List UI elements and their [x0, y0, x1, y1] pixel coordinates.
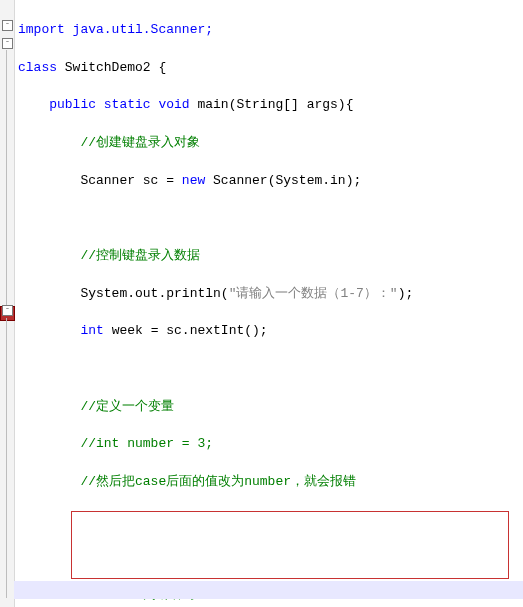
code-line [18, 360, 523, 379]
code-line: Scanner sc = new Scanner(System.in); [18, 172, 523, 191]
code-line: //控制键盘录入数据 [18, 247, 523, 266]
code-line [18, 548, 523, 567]
code-line: class SwitchDemo2 { [18, 59, 523, 78]
code-line: //int number = 3; [18, 435, 523, 454]
fold-toggle-icon[interactable]: - [2, 38, 13, 49]
editor-gutter: - - - [0, 0, 15, 607]
code-line: public static void main(String[] args){ [18, 96, 523, 115]
fold-toggle-icon[interactable]: - [2, 20, 13, 31]
code-line: //switch判断语句 [18, 586, 523, 605]
fold-guide [6, 50, 7, 310]
fold-toggle-icon[interactable]: - [2, 305, 13, 316]
code-line: int week = sc.nextInt(); [18, 322, 523, 341]
code-line: System.out.println("请输入一个数据（1-7）："); [18, 285, 523, 304]
code-line [18, 209, 523, 228]
code-line [18, 511, 523, 530]
code-editor[interactable]: import java.util.Scanner; class SwitchDe… [18, 0, 523, 607]
code-line: //然后把case后面的值改为number，就会报错 [18, 473, 523, 492]
code-line: import java.util.Scanner; [18, 21, 523, 40]
code-line: //创建键盘录入对象 [18, 134, 523, 153]
fold-guide [6, 318, 7, 598]
code-line: //定义一个变量 [18, 398, 523, 417]
